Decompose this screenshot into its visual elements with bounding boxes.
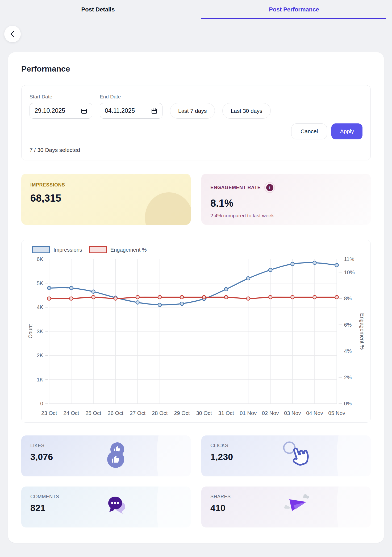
calendar-icon: [151, 108, 157, 114]
calendar-icon: [81, 108, 87, 114]
paper-plane-icon: [280, 490, 314, 525]
info-icon[interactable]: i: [264, 182, 275, 193]
svg-text:01 Nov: 01 Nov: [240, 410, 257, 416]
engagement-rate-label: ENGAGEMENT RATE: [210, 185, 261, 190]
svg-text:Engagement %: Engagement %: [359, 313, 365, 350]
svg-text:31 Oct: 31 Oct: [218, 410, 234, 416]
svg-text:6%: 6%: [344, 322, 352, 328]
chevron-left-icon: [10, 30, 15, 38]
tab-post-details[interactable]: Post Details: [0, 0, 196, 19]
end-date-input[interactable]: 04.11.2025: [100, 103, 162, 119]
top-tab-bar: Post Details Post Performance: [0, 0, 392, 19]
cancel-button[interactable]: Cancel: [291, 123, 327, 139]
last-30-days-button[interactable]: Last 30 days: [222, 103, 270, 119]
line-chart: 01K2K3K4K5K6K0%2%4%6%8%10%11%23 Oct24 Oc…: [22, 255, 370, 419]
tab-post-details-label: Post Details: [81, 6, 115, 13]
impressions-card: IMPRESSIONS 68,315: [21, 174, 191, 225]
impressions-label: IMPRESSIONS: [30, 182, 182, 188]
svg-text:04 Nov: 04 Nov: [306, 410, 323, 416]
svg-text:1K: 1K: [37, 377, 43, 383]
end-date-group: End Date 04.11.2025: [100, 94, 162, 119]
svg-text:30 Oct: 30 Oct: [196, 410, 212, 416]
chat-bubbles-icon: [100, 490, 134, 525]
impressions-legend-label: Impressions: [53, 247, 82, 253]
engagement-rate-value: 8.1%: [210, 198, 362, 209]
engagement-compare-note: 2.4% compared to last week: [210, 213, 362, 219]
thumbs-up-icon: [100, 439, 134, 474]
apply-button[interactable]: Apply: [331, 123, 362, 139]
chart-legend: Impressions Engagement %: [32, 246, 370, 253]
engagement-legend-label: Engagement %: [110, 247, 147, 253]
tab-post-performance-label: Post Performance: [269, 6, 319, 13]
start-date-value: 29.10.2025: [35, 107, 65, 114]
active-tab-underline: [201, 18, 386, 19]
svg-text:5K: 5K: [37, 280, 43, 286]
decorative-ellipse: [337, 435, 371, 476]
svg-text:4%: 4%: [344, 348, 352, 354]
svg-text:11%: 11%: [344, 256, 354, 262]
legend-item-engagement: Engagement %: [89, 246, 147, 253]
svg-text:03 Nov: 03 Nov: [284, 410, 301, 416]
svg-text:24 Oct: 24 Oct: [63, 410, 79, 416]
svg-text:05 Nov: 05 Nov: [328, 410, 345, 416]
engagement-legend-swatch: [89, 246, 107, 253]
end-date-value: 04.11.2025: [105, 107, 135, 114]
svg-text:3K: 3K: [37, 329, 43, 334]
svg-text:02 Nov: 02 Nov: [262, 410, 279, 416]
cursor-click-icon: [280, 439, 314, 474]
svg-text:27 Oct: 27 Oct: [130, 410, 146, 416]
back-button[interactable]: [4, 26, 21, 42]
performance-chart-card: Impressions Engagement % 01K2K3K4K5K6K0%…: [21, 240, 371, 423]
decorative-ellipse: [157, 435, 191, 476]
date-filter-card: Start Date 29.10.2025 End Date 04.11.202…: [21, 85, 371, 160]
svg-text:25 Oct: 25 Oct: [85, 410, 101, 416]
svg-text:8%: 8%: [344, 296, 352, 301]
shares-card: SHARES 410: [201, 487, 371, 527]
svg-text:26 Oct: 26 Oct: [108, 410, 124, 416]
svg-text:28 Oct: 28 Oct: [152, 410, 168, 416]
end-date-label: End Date: [100, 94, 162, 100]
start-date-label: Start Date: [30, 94, 92, 100]
start-date-input[interactable]: 29.10.2025: [30, 103, 92, 119]
svg-text:2K: 2K: [37, 352, 43, 358]
days-selected-text: 7 / 30 Days selected: [30, 147, 362, 153]
svg-text:29 Oct: 29 Oct: [174, 410, 190, 416]
svg-text:23 Oct: 23 Oct: [41, 410, 57, 416]
svg-text:0: 0: [40, 401, 43, 406]
legend-item-impressions: Impressions: [32, 246, 82, 253]
svg-text:0%: 0%: [344, 401, 352, 406]
decorative-ellipse: [157, 487, 191, 527]
svg-text:2%: 2%: [344, 375, 352, 380]
tab-post-performance[interactable]: Post Performance: [196, 0, 392, 19]
impressions-legend-swatch: [32, 246, 50, 253]
last-7-days-button[interactable]: Last 7 days: [170, 103, 215, 119]
svg-text:6K: 6K: [37, 256, 43, 262]
svg-text:4K: 4K: [37, 304, 43, 310]
decorative-ellipse: [337, 487, 371, 527]
clicks-card: CLICKS 1,230: [201, 435, 371, 476]
start-date-group: Start Date 29.10.2025: [30, 94, 92, 119]
engagement-rate-card: ENGAGEMENT RATE i 8.1% 2.4% compared to …: [201, 174, 371, 225]
svg-text:10%: 10%: [344, 269, 355, 275]
page-title: Performance: [21, 64, 371, 73]
comments-card: COMMENTS 821: [21, 487, 191, 527]
likes-card: LIKES 3,076: [21, 435, 191, 476]
performance-panel: Performance Start Date 29.10.2025 End Da…: [8, 52, 384, 543]
svg-text:Count: Count: [27, 324, 33, 339]
